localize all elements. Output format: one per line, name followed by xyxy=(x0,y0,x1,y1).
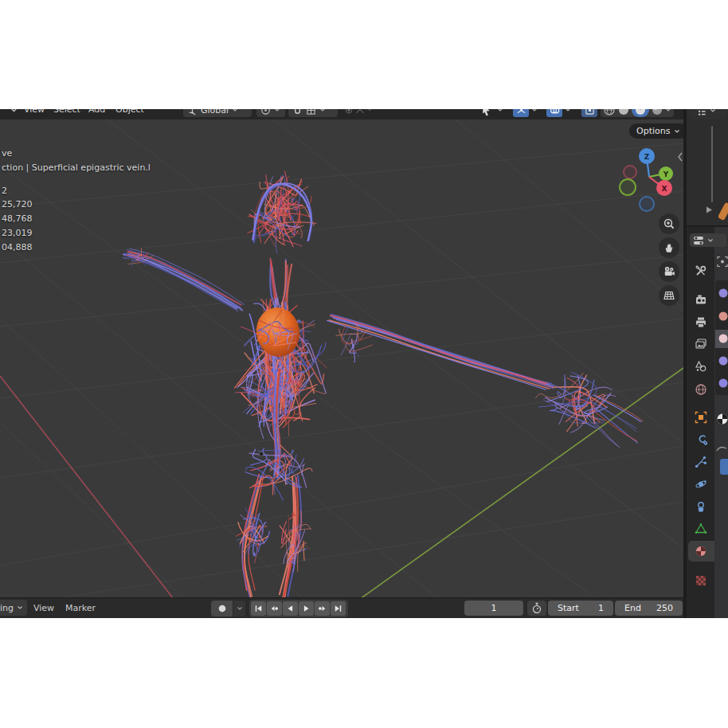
gizmo-neg-y-ball[interactable] xyxy=(620,179,636,195)
tab-world[interactable] xyxy=(687,379,714,400)
chevron-down-icon xyxy=(274,109,280,112)
menu-select[interactable]: Select xyxy=(53,109,80,119)
camera-view-button[interactable] xyxy=(659,261,679,282)
outliner-editor-type-dropdown[interactable] xyxy=(691,109,726,119)
options-dropdown[interactable]: Options xyxy=(629,123,683,139)
frame-end-field[interactable]: End 250 xyxy=(615,601,683,616)
current-frame-field[interactable]: 1 xyxy=(464,601,523,616)
timeline-editor-type-dropdown[interactable]: ing xyxy=(0,600,27,616)
jump-to-end-button[interactable] xyxy=(331,601,346,616)
render-camera-icon xyxy=(695,293,707,306)
overlays-icon xyxy=(550,109,560,115)
next-keyframe-button[interactable] xyxy=(315,601,330,616)
menu-view[interactable]: View xyxy=(24,109,45,119)
orientation-globe-icon xyxy=(187,109,198,115)
outliner-panel xyxy=(687,119,728,227)
tab-view-layer[interactable] xyxy=(687,334,714,354)
snap-dropdown[interactable] xyxy=(288,109,338,117)
material-slot-icon[interactable] xyxy=(718,378,728,388)
timeline-menu-marker[interactable]: Marker xyxy=(65,598,96,618)
viewport-scene xyxy=(0,119,683,597)
frame-end-value: 250 xyxy=(656,603,673,613)
viewport-header: View Select Add Object Global xyxy=(0,109,683,119)
blue-button-partial[interactable] xyxy=(720,459,728,475)
toggle-ortho-button[interactable] xyxy=(659,285,679,306)
zoom-button[interactable] xyxy=(659,213,679,234)
active-object-label: ction | Superficial epigastric vein.l xyxy=(2,162,151,173)
show-overlays-toggle[interactable] xyxy=(546,109,562,117)
scene-icon xyxy=(695,360,707,373)
tab-modifiers[interactable] xyxy=(687,429,714,450)
chevron-down-icon xyxy=(674,129,680,134)
tab-material[interactable] xyxy=(687,541,714,562)
shading-rendered-icon[interactable] xyxy=(651,109,663,116)
menu-object[interactable]: Object xyxy=(115,109,144,119)
material-slot-icon[interactable] xyxy=(718,311,728,321)
disclosure-triangle-icon[interactable] xyxy=(705,205,713,214)
tab-particles[interactable] xyxy=(687,452,714,472)
chevron-down-icon xyxy=(237,606,243,611)
auto-keyframe-button[interactable] xyxy=(211,601,233,616)
use-preview-range-button[interactable] xyxy=(527,601,546,616)
editor-type-chevron-icon[interactable] xyxy=(10,109,18,113)
cursor-select-icon[interactable] xyxy=(480,109,492,117)
tab-object[interactable] xyxy=(687,407,714,428)
orientation-label: Global xyxy=(201,109,229,115)
tab-output[interactable] xyxy=(687,312,714,333)
chevron-down-icon xyxy=(710,109,716,113)
play-reverse-button[interactable] xyxy=(283,601,298,616)
gizmo-neg-x-ball[interactable] xyxy=(624,166,636,178)
prev-keyframe-button[interactable] xyxy=(267,601,282,616)
chevron-down-icon xyxy=(319,109,326,112)
tab-texture[interactable] xyxy=(687,570,714,591)
transform-orientation-dropdown[interactable]: Global xyxy=(183,109,252,117)
shading-mode-group xyxy=(601,109,674,117)
proportional-editing-dropdown[interactable] xyxy=(341,109,376,117)
properties-editor-type-dropdown[interactable] xyxy=(690,233,726,247)
material-preview-ball xyxy=(717,409,728,429)
tab-scene[interactable] xyxy=(687,356,714,377)
timeline-menu-view[interactable]: View xyxy=(33,598,54,618)
nodetree-squiggle-icon xyxy=(716,444,727,453)
outliner-scrollbar[interactable] xyxy=(711,126,713,202)
chevron-down-icon[interactable] xyxy=(497,109,503,112)
xray-toggle[interactable] xyxy=(581,109,597,117)
tab-object-data[interactable] xyxy=(687,519,714,539)
material-slots-list[interactable] xyxy=(715,280,728,395)
material-slot-icon[interactable] xyxy=(718,356,728,366)
pivot-icon xyxy=(260,109,271,115)
shading-material-icon xyxy=(634,109,647,116)
shading-wireframe-icon[interactable] xyxy=(603,109,616,116)
grid-icon xyxy=(663,289,675,302)
frame-start-field[interactable]: Start 1 xyxy=(548,601,613,616)
outliner-item-partial-icon xyxy=(718,201,728,225)
particles-icon xyxy=(695,456,707,468)
menu-add[interactable]: Add xyxy=(88,109,105,119)
viewport-grid xyxy=(0,119,683,597)
chevron-down-icon[interactable] xyxy=(665,109,671,112)
jump-to-start-button[interactable] xyxy=(251,601,266,616)
material-slot-icon[interactable] xyxy=(718,334,728,343)
pivot-point-dropdown[interactable] xyxy=(256,109,285,117)
play-icon xyxy=(301,604,311,613)
tab-physics[interactable] xyxy=(687,474,714,495)
shading-material-pill[interactable] xyxy=(632,109,649,117)
tab-constraints[interactable] xyxy=(687,497,714,518)
tab-render[interactable] xyxy=(687,289,714,310)
navigation-gizmo[interactable]: Z Y X xyxy=(613,142,680,215)
images-icon xyxy=(695,338,707,350)
viewport-3d[interactable]: ve ction | Superficial epigastric vein.l… xyxy=(0,119,683,597)
material-slot-icon[interactable] xyxy=(718,288,728,298)
shading-solid-icon[interactable] xyxy=(617,109,630,116)
object-icon xyxy=(695,411,707,424)
tab-tool[interactable] xyxy=(687,260,714,281)
properties-content-sliver xyxy=(714,227,728,618)
play-button[interactable] xyxy=(299,601,314,616)
show-gizmo-toggle[interactable] xyxy=(513,109,529,117)
gizmo-neg-z-ball[interactable] xyxy=(640,197,654,211)
properties-icon xyxy=(693,236,704,245)
chevron-down-icon[interactable] xyxy=(565,109,571,112)
auto-keyframe-dropdown[interactable] xyxy=(233,601,245,616)
pan-button[interactable] xyxy=(659,237,679,258)
chevron-down-icon[interactable] xyxy=(531,109,538,112)
